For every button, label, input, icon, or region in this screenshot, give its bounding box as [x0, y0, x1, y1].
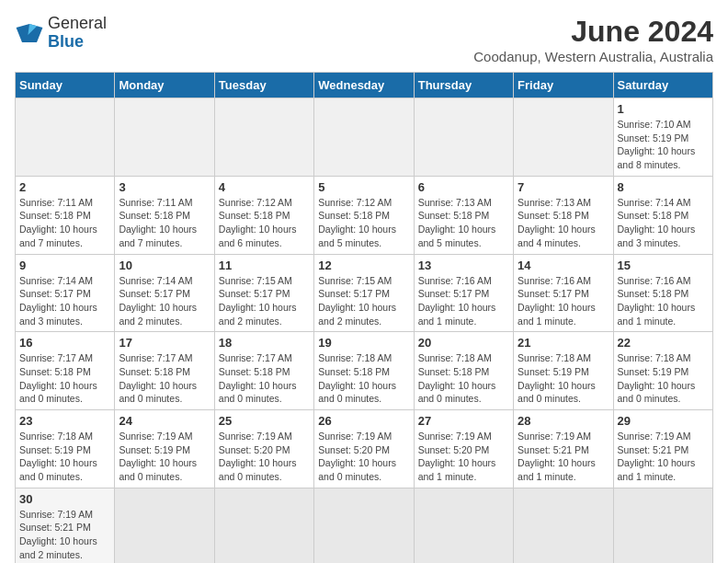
- day-number: 2: [19, 180, 110, 194]
- calendar-cell: 3Sunrise: 7:11 AM Sunset: 5:18 PM Daylig…: [115, 176, 214, 254]
- day-number: 13: [418, 259, 509, 272]
- day-number: 16: [19, 336, 110, 350]
- day-info: Sunrise: 7:10 AM Sunset: 5:19 PM Dayligh…: [618, 118, 709, 172]
- calendar-week-row: 9Sunrise: 7:14 AM Sunset: 5:17 PM Daylig…: [16, 254, 713, 332]
- title-block: June 2024 Coodanup, Western Australia, A…: [473, 15, 713, 64]
- calendar-cell: 7Sunrise: 7:13 AM Sunset: 5:18 PM Daylig…: [514, 176, 613, 254]
- calendar-cell: 20Sunrise: 7:18 AM Sunset: 5:18 PM Dayli…: [414, 332, 513, 410]
- header-saturday: Saturday: [613, 73, 712, 98]
- day-info: Sunrise: 7:15 AM Sunset: 5:17 PM Dayligh…: [219, 274, 310, 328]
- calendar-table: SundayMondayTuesdayWednesdayThursdayFrid…: [15, 72, 713, 563]
- header-sunday: Sunday: [16, 73, 115, 98]
- calendar-week-row: 16Sunrise: 7:17 AM Sunset: 5:18 PM Dayli…: [16, 332, 713, 410]
- day-info: Sunrise: 7:18 AM Sunset: 5:18 PM Dayligh…: [318, 351, 409, 406]
- calendar-header-row: SundayMondayTuesdayWednesdayThursdayFrid…: [16, 73, 713, 98]
- day-info: Sunrise: 7:13 AM Sunset: 5:18 PM Dayligh…: [418, 196, 509, 250]
- day-info: Sunrise: 7:12 AM Sunset: 5:18 PM Dayligh…: [318, 196, 409, 250]
- day-info: Sunrise: 7:18 AM Sunset: 5:18 PM Dayligh…: [418, 351, 509, 406]
- day-number: 19: [318, 336, 409, 350]
- calendar-cell: 14Sunrise: 7:16 AM Sunset: 5:17 PM Dayli…: [514, 254, 613, 332]
- calendar-cell: [414, 488, 513, 563]
- day-info: Sunrise: 7:17 AM Sunset: 5:18 PM Dayligh…: [219, 351, 310, 406]
- day-number: 1: [618, 102, 709, 116]
- calendar-cell: 15Sunrise: 7:16 AM Sunset: 5:18 PM Dayli…: [613, 254, 712, 332]
- calendar-cell: 2Sunrise: 7:11 AM Sunset: 5:18 PM Daylig…: [16, 176, 115, 254]
- day-number: 10: [119, 259, 210, 272]
- day-info: Sunrise: 7:19 AM Sunset: 5:21 PM Dayligh…: [518, 430, 609, 484]
- calendar-cell: [214, 488, 313, 563]
- calendar-cell: [115, 488, 214, 563]
- calendar-cell: [314, 98, 414, 177]
- day-info: Sunrise: 7:11 AM Sunset: 5:18 PM Dayligh…: [119, 196, 210, 250]
- day-number: 24: [119, 414, 210, 428]
- day-number: 8: [618, 180, 709, 194]
- day-info: Sunrise: 7:17 AM Sunset: 5:18 PM Dayligh…: [19, 351, 110, 406]
- calendar-cell: 12Sunrise: 7:15 AM Sunset: 5:17 PM Dayli…: [314, 254, 414, 332]
- day-number: 3: [119, 180, 210, 194]
- day-number: 22: [618, 336, 709, 350]
- day-number: 17: [119, 336, 210, 350]
- calendar-cell: 25Sunrise: 7:19 AM Sunset: 5:20 PM Dayli…: [214, 410, 313, 488]
- day-info: Sunrise: 7:18 AM Sunset: 5:19 PM Dayligh…: [19, 430, 110, 484]
- day-info: Sunrise: 7:11 AM Sunset: 5:18 PM Dayligh…: [19, 196, 110, 250]
- day-number: 23: [19, 414, 110, 428]
- header-tuesday: Tuesday: [214, 73, 313, 98]
- day-number: 15: [618, 259, 709, 272]
- day-info: Sunrise: 7:18 AM Sunset: 5:19 PM Dayligh…: [518, 351, 609, 406]
- day-info: Sunrise: 7:14 AM Sunset: 5:18 PM Dayligh…: [618, 196, 709, 250]
- calendar-cell: 26Sunrise: 7:19 AM Sunset: 5:20 PM Dayli…: [314, 410, 414, 488]
- logo: GeneralBlue: [15, 15, 107, 52]
- day-number: 25: [219, 414, 310, 428]
- day-number: 9: [19, 259, 110, 272]
- day-number: 21: [518, 336, 609, 350]
- day-number: 6: [418, 180, 509, 194]
- calendar-cell: [414, 98, 513, 177]
- day-number: 27: [418, 414, 509, 428]
- header-friday: Friday: [514, 73, 613, 98]
- calendar-cell: 10Sunrise: 7:14 AM Sunset: 5:17 PM Dayli…: [115, 254, 214, 332]
- calendar-cell: 13Sunrise: 7:16 AM Sunset: 5:17 PM Dayli…: [414, 254, 513, 332]
- day-info: Sunrise: 7:16 AM Sunset: 5:17 PM Dayligh…: [518, 274, 609, 328]
- header-monday: Monday: [115, 73, 214, 98]
- day-number: 5: [318, 180, 409, 194]
- calendar-cell: 4Sunrise: 7:12 AM Sunset: 5:18 PM Daylig…: [214, 176, 313, 254]
- calendar-cell: 1Sunrise: 7:10 AM Sunset: 5:19 PM Daylig…: [613, 98, 712, 177]
- day-number: 28: [518, 414, 609, 428]
- calendar-cell: [514, 488, 613, 563]
- day-number: 30: [19, 492, 110, 506]
- calendar-cell: [115, 98, 214, 177]
- calendar-cell: 23Sunrise: 7:18 AM Sunset: 5:19 PM Dayli…: [16, 410, 115, 488]
- calendar-cell: 6Sunrise: 7:13 AM Sunset: 5:18 PM Daylig…: [414, 176, 513, 254]
- logo-icon: [15, 20, 44, 46]
- calendar-cell: [214, 98, 313, 177]
- day-info: Sunrise: 7:18 AM Sunset: 5:19 PM Dayligh…: [618, 351, 709, 406]
- calendar-cell: 24Sunrise: 7:19 AM Sunset: 5:19 PM Dayli…: [115, 410, 214, 488]
- day-number: 11: [219, 259, 310, 272]
- day-info: Sunrise: 7:19 AM Sunset: 5:21 PM Dayligh…: [19, 508, 110, 562]
- day-info: Sunrise: 7:15 AM Sunset: 5:17 PM Dayligh…: [318, 274, 409, 328]
- calendar-cell: 16Sunrise: 7:17 AM Sunset: 5:18 PM Dayli…: [16, 332, 115, 410]
- day-number: 18: [219, 336, 310, 350]
- day-info: Sunrise: 7:16 AM Sunset: 5:17 PM Dayligh…: [418, 274, 509, 328]
- calendar-cell: [314, 488, 414, 563]
- calendar-week-row: 30Sunrise: 7:19 AM Sunset: 5:21 PM Dayli…: [16, 488, 713, 563]
- calendar-week-row: 1Sunrise: 7:10 AM Sunset: 5:19 PM Daylig…: [16, 98, 713, 177]
- day-number: 26: [318, 414, 409, 428]
- calendar-cell: 29Sunrise: 7:19 AM Sunset: 5:21 PM Dayli…: [613, 410, 712, 488]
- page-header: GeneralBlue June 2024 Coodanup, Western …: [15, 15, 713, 64]
- day-info: Sunrise: 7:19 AM Sunset: 5:21 PM Dayligh…: [618, 430, 709, 484]
- day-info: Sunrise: 7:19 AM Sunset: 5:20 PM Dayligh…: [418, 430, 509, 484]
- calendar-week-row: 23Sunrise: 7:18 AM Sunset: 5:19 PM Dayli…: [16, 410, 713, 488]
- day-info: Sunrise: 7:16 AM Sunset: 5:18 PM Dayligh…: [618, 274, 709, 328]
- day-number: 4: [219, 180, 310, 194]
- header-thursday: Thursday: [414, 73, 513, 98]
- calendar-cell: 8Sunrise: 7:14 AM Sunset: 5:18 PM Daylig…: [613, 176, 712, 254]
- calendar-cell: 27Sunrise: 7:19 AM Sunset: 5:20 PM Dayli…: [414, 410, 513, 488]
- calendar-cell: [16, 98, 115, 177]
- day-info: Sunrise: 7:14 AM Sunset: 5:17 PM Dayligh…: [119, 274, 210, 328]
- day-number: 12: [318, 259, 409, 272]
- calendar-cell: 9Sunrise: 7:14 AM Sunset: 5:17 PM Daylig…: [16, 254, 115, 332]
- day-info: Sunrise: 7:12 AM Sunset: 5:18 PM Dayligh…: [219, 196, 310, 250]
- day-info: Sunrise: 7:19 AM Sunset: 5:20 PM Dayligh…: [219, 430, 310, 484]
- calendar-cell: [613, 488, 712, 563]
